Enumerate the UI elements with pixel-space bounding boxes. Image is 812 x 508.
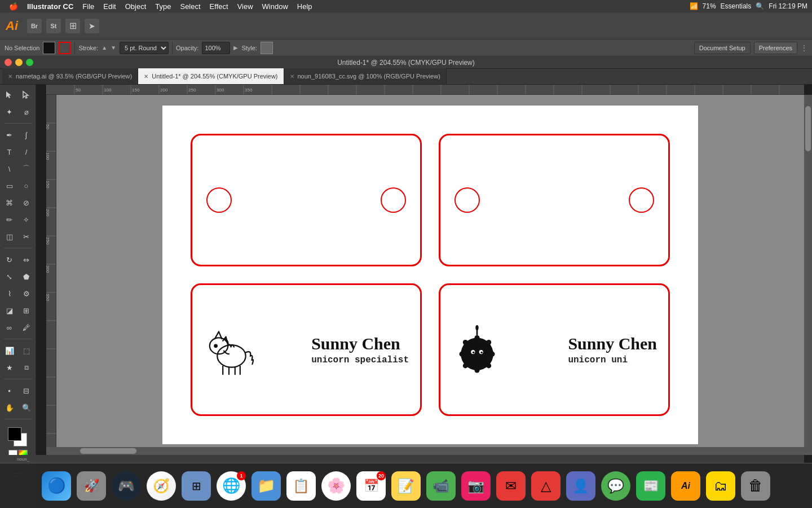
dock-folder[interactable]: 📁 (250, 470, 282, 502)
help-menu[interactable]: Help (293, 0, 317, 12)
lasso-tool[interactable]: ⌀ (19, 104, 34, 120)
scrollbar-right-thumb[interactable] (805, 106, 811, 151)
document-setup-button[interactable]: Document Setup (694, 42, 751, 54)
tab-noun[interactable]: ✕ noun_916083_cc.svg @ 100% (RGB/GPU Pre… (284, 68, 447, 84)
apple-menu[interactable]: 🍎 (5, 0, 23, 12)
nametag-top-right[interactable] (439, 134, 670, 266)
fill-color-swatch[interactable] (43, 42, 55, 54)
magic-wand-tool[interactable]: ✦ (2, 104, 17, 120)
minimize-button[interactable] (15, 59, 23, 66)
type-touch-tool[interactable]: / (19, 144, 34, 160)
nametag-top-left[interactable] (191, 134, 422, 266)
dock-calendar[interactable]: 📅 20 (355, 470, 387, 502)
tab-close-untitled[interactable]: ✕ (144, 73, 148, 80)
stroke-up-arrow[interactable]: ▲ (102, 45, 107, 51)
puppet-tool[interactable]: ⚙ (19, 286, 34, 301)
shear-tool[interactable]: ⬟ (19, 269, 34, 284)
fill-stroke-swatches[interactable] (8, 427, 28, 448)
fill-swatch[interactable] (8, 427, 21, 441)
blob-brush-tool[interactable]: ⊘ (19, 195, 34, 211)
scrollbar-bottom-thumb[interactable] (80, 448, 136, 454)
dock-reminders[interactable]: 📋 (285, 470, 317, 502)
opacity-arrow[interactable]: ▶ (233, 45, 238, 51)
paintbrush-tool[interactable]: ⌘ (2, 195, 17, 211)
dock-contacts[interactable]: 👤 (565, 470, 597, 502)
warp-tool[interactable]: ⌇ (2, 286, 17, 301)
bridge-btn[interactable]: Br (27, 19, 42, 33)
arc-tool[interactable]: ⌒ (19, 161, 34, 177)
dock-notes[interactable]: 📝 (390, 470, 422, 502)
dock-messages[interactable]: 💬 (600, 470, 632, 502)
app-name-menu[interactable]: Illustrator CC (23, 0, 78, 12)
stroke-style-select[interactable]: 5 pt. Round (120, 42, 169, 54)
artboard-tool[interactable]: ▪ (2, 383, 17, 398)
close-button[interactable] (5, 59, 12, 66)
preferences-button[interactable]: Preferences (754, 42, 797, 54)
dock-launchpad[interactable]: 🚀 (76, 470, 107, 502)
eyedropper-tool[interactable]: 🖉 (19, 319, 34, 335)
stroke-down-arrow[interactable]: ▼ (111, 45, 116, 51)
dock-trash[interactable]: 🗑 (740, 470, 771, 502)
perspective-tool[interactable]: ⬚ (19, 343, 34, 358)
dock-feedly[interactable]: 📰 (635, 470, 667, 502)
wifi-icon[interactable]: 📶 (690, 2, 698, 10)
reflect-tool[interactable]: ⇔ (19, 252, 34, 268)
dock-finder[interactable]: 🔵 (41, 470, 72, 502)
dock-chrome[interactable]: 🌐 1 (215, 470, 247, 502)
essentials-dropdown[interactable]: Essentials (721, 2, 752, 10)
dock-safari[interactable]: 🧭 (145, 470, 177, 502)
opacity-input[interactable] (202, 42, 230, 54)
scale-tool[interactable]: ⤡ (2, 269, 17, 284)
graph-tool[interactable]: 📊 (2, 343, 17, 358)
nametag-bottom-right[interactable]: Sunny Chen unicorn uni (439, 283, 670, 416)
style-swatch[interactable] (261, 42, 273, 54)
grid-view-btn[interactable]: ⊞ (65, 19, 80, 33)
effect-menu[interactable]: Effect (205, 0, 233, 12)
window-menu[interactable]: Window (258, 0, 293, 12)
selection-tool[interactable] (2, 87, 17, 103)
zoom-tool[interactable]: 🔍 (19, 400, 34, 415)
dock-spark[interactable]: ✉ (495, 470, 527, 502)
curvature-tool[interactable]: ∫ (19, 127, 34, 143)
dock-mission-control[interactable]: ⊞ (180, 470, 212, 502)
rotate-tool[interactable]: ↻ (2, 252, 17, 268)
tab-nametag[interactable]: ✕ nametag.ai @ 93.5% (RGB/GPU Preview) (2, 68, 138, 84)
line-tool[interactable]: \ (2, 161, 17, 177)
blend-tool[interactable]: ∞ (2, 319, 17, 335)
dock-vectorize[interactable]: △ (530, 470, 562, 502)
dock-steam[interactable]: 🎮 (111, 470, 142, 502)
dock-archive[interactable]: 🗂 (705, 470, 736, 502)
stroke-color-swatch[interactable] (59, 42, 71, 54)
dock-photos[interactable]: 🌸 (320, 470, 352, 502)
arrow-btn[interactable]: ➤ (85, 19, 99, 33)
view-menu[interactable]: View (233, 0, 258, 12)
eraser-tool[interactable]: ◫ (2, 229, 17, 244)
panel-options-icon[interactable]: ⋮ (801, 44, 807, 52)
select-menu[interactable]: Select (175, 0, 205, 12)
nametag-bottom-left[interactable]: Sunny Chen unicorn specialist (191, 283, 422, 416)
symbol-tool[interactable]: ★ (2, 360, 17, 375)
hand-tool[interactable]: ✋ (2, 400, 17, 415)
gradient-tool[interactable]: ◪ (2, 303, 17, 318)
pen-tool[interactable]: ✒ (2, 127, 17, 143)
slice-tool[interactable]: ⊟ (19, 383, 34, 398)
direct-selection-tool[interactable] (19, 87, 34, 103)
scrollbar-right[interactable] (804, 95, 812, 455)
object-menu[interactable]: Object (121, 0, 151, 12)
tab-untitled[interactable]: ✕ Untitled-1* @ 204.55% (CMYK/GPU Previe… (138, 68, 284, 84)
pencil-tool[interactable]: ✏ (2, 212, 17, 227)
dock-illustrator[interactable]: Ai (670, 470, 701, 502)
scrollbar-bottom[interactable] (46, 447, 804, 455)
stock-btn[interactable]: St (46, 19, 61, 33)
dock-photo-booth[interactable]: 📷 (460, 470, 492, 502)
tab-close-noun[interactable]: ✕ (290, 73, 294, 80)
dock-facetime[interactable]: 📹 (425, 470, 457, 502)
type-tool[interactable]: T (2, 144, 17, 160)
tab-close-nametag[interactable]: ✕ (8, 73, 12, 80)
canvas-area[interactable]: Sunny Chen unicorn specialist (56, 95, 804, 455)
scissors-tool[interactable]: ✂ (19, 229, 34, 244)
file-menu[interactable]: File (78, 0, 99, 12)
column-tool[interactable]: ⧈ (19, 360, 34, 375)
fullscreen-button[interactable] (26, 59, 33, 66)
ellipse-tool[interactable]: ○ (19, 178, 34, 194)
